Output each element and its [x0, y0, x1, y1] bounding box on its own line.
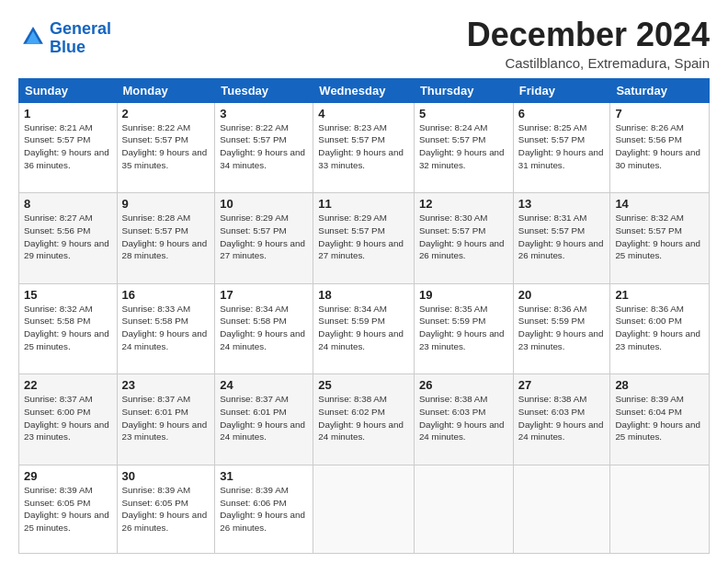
- table-row: 24Sunrise: 8:37 AMSunset: 6:01 PMDayligh…: [215, 374, 313, 465]
- day-info: Sunrise: 8:39 AMSunset: 6:04 PMDaylight:…: [615, 394, 700, 442]
- day-number: 31: [220, 469, 308, 483]
- day-info: Sunrise: 8:29 AMSunset: 5:57 PMDaylight:…: [318, 213, 404, 260]
- day-number: 5: [419, 107, 508, 121]
- table-row: 15Sunrise: 8:32 AMSunset: 5:58 PMDayligh…: [19, 283, 118, 374]
- day-info: Sunrise: 8:22 AMSunset: 5:57 PMDaylight:…: [220, 122, 305, 170]
- subtitle: Castilblanco, Extremadura, Spain: [467, 55, 710, 71]
- day-info: Sunrise: 8:25 AMSunset: 5:57 PMDaylight:…: [518, 122, 604, 170]
- logo-line1: General: [50, 19, 111, 38]
- day-info: Sunrise: 8:22 AMSunset: 5:57 PMDaylight:…: [122, 122, 208, 170]
- day-info: Sunrise: 8:28 AMSunset: 5:57 PMDaylight:…: [122, 213, 208, 260]
- day-info: Sunrise: 8:34 AMSunset: 5:59 PMDaylight:…: [318, 304, 404, 351]
- day-info: Sunrise: 8:35 AMSunset: 5:59 PMDaylight:…: [419, 304, 505, 351]
- day-number: 4: [318, 107, 409, 121]
- title-block: December 2024 Castilblanco, Extremadura,…: [467, 17, 710, 71]
- table-row: 9Sunrise: 8:28 AMSunset: 5:57 PMDaylight…: [117, 193, 215, 284]
- day-info: Sunrise: 8:39 AMSunset: 6:05 PMDaylight:…: [122, 485, 208, 533]
- day-info: Sunrise: 8:32 AMSunset: 5:58 PMDaylight:…: [24, 304, 109, 351]
- day-info: Sunrise: 8:23 AMSunset: 5:57 PMDaylight:…: [318, 122, 404, 170]
- day-info: Sunrise: 8:30 AMSunset: 5:57 PMDaylight:…: [419, 213, 505, 260]
- col-wednesday: Wednesday: [313, 78, 415, 102]
- day-info: Sunrise: 8:39 AMSunset: 6:06 PMDaylight:…: [220, 485, 305, 533]
- day-number: 18: [318, 288, 409, 302]
- logo-text: General Blue: [50, 20, 111, 57]
- day-number: 9: [122, 197, 210, 211]
- table-row: [513, 465, 610, 553]
- table-row: 27Sunrise: 8:38 AMSunset: 6:03 PMDayligh…: [513, 374, 610, 465]
- day-info: Sunrise: 8:37 AMSunset: 6:00 PMDaylight:…: [24, 394, 109, 442]
- day-info: Sunrise: 8:33 AMSunset: 5:58 PMDaylight:…: [122, 304, 208, 351]
- day-number: 2: [122, 107, 210, 121]
- day-number: 16: [122, 288, 210, 302]
- day-info: Sunrise: 8:29 AMSunset: 5:57 PMDaylight:…: [220, 213, 305, 260]
- table-row: 12Sunrise: 8:30 AMSunset: 5:57 PMDayligh…: [414, 193, 513, 284]
- table-row: 28Sunrise: 8:39 AMSunset: 6:04 PMDayligh…: [610, 374, 710, 465]
- table-row: 30Sunrise: 8:39 AMSunset: 6:05 PMDayligh…: [117, 465, 215, 553]
- day-number: 21: [615, 288, 704, 302]
- table-row: 26Sunrise: 8:38 AMSunset: 6:03 PMDayligh…: [414, 374, 513, 465]
- table-row: [313, 465, 415, 553]
- table-row: 18Sunrise: 8:34 AMSunset: 5:59 PMDayligh…: [313, 283, 415, 374]
- col-tuesday: Tuesday: [215, 78, 313, 102]
- day-number: 11: [318, 197, 409, 211]
- col-thursday: Thursday: [414, 78, 513, 102]
- day-number: 17: [220, 288, 308, 302]
- table-row: 19Sunrise: 8:35 AMSunset: 5:59 PMDayligh…: [414, 283, 513, 374]
- header: General Blue December 2024 Castilblanco,…: [18, 17, 710, 71]
- table-row: 2Sunrise: 8:22 AMSunset: 5:57 PMDaylight…: [117, 102, 215, 193]
- day-number: 6: [518, 107, 606, 121]
- calendar: Sunday Monday Tuesday Wednesday Thursday…: [18, 78, 710, 554]
- col-sunday: Sunday: [19, 78, 118, 102]
- day-number: 13: [518, 197, 606, 211]
- col-friday: Friday: [513, 78, 610, 102]
- table-row: 17Sunrise: 8:34 AMSunset: 5:58 PMDayligh…: [215, 283, 313, 374]
- day-number: 19: [419, 288, 508, 302]
- day-number: 15: [24, 288, 112, 302]
- table-row: 10Sunrise: 8:29 AMSunset: 5:57 PMDayligh…: [215, 193, 313, 284]
- day-number: 3: [220, 107, 308, 121]
- day-number: 1: [24, 107, 112, 121]
- day-info: Sunrise: 8:24 AMSunset: 5:57 PMDaylight:…: [419, 122, 505, 170]
- day-info: Sunrise: 8:21 AMSunset: 5:57 PMDaylight:…: [24, 122, 109, 170]
- table-row: 25Sunrise: 8:38 AMSunset: 6:02 PMDayligh…: [313, 374, 415, 465]
- logo-line2: Blue: [50, 38, 85, 56]
- table-row: 23Sunrise: 8:37 AMSunset: 6:01 PMDayligh…: [117, 374, 215, 465]
- table-row: 20Sunrise: 8:36 AMSunset: 5:59 PMDayligh…: [513, 283, 610, 374]
- day-number: 25: [318, 378, 409, 392]
- day-number: 23: [122, 378, 210, 392]
- page: General Blue December 2024 Castilblanco,…: [0, 0, 728, 563]
- day-number: 27: [518, 378, 606, 392]
- table-row: 16Sunrise: 8:33 AMSunset: 5:58 PMDayligh…: [117, 283, 215, 374]
- day-number: 29: [24, 469, 112, 483]
- col-saturday: Saturday: [610, 78, 710, 102]
- table-row: 1Sunrise: 8:21 AMSunset: 5:57 PMDaylight…: [19, 102, 118, 193]
- day-info: Sunrise: 8:37 AMSunset: 6:01 PMDaylight:…: [122, 394, 208, 442]
- logo: General Blue: [18, 20, 111, 57]
- day-number: 28: [615, 378, 704, 392]
- day-number: 24: [220, 378, 308, 392]
- day-number: 10: [220, 197, 308, 211]
- day-info: Sunrise: 8:31 AMSunset: 5:57 PMDaylight:…: [518, 213, 604, 260]
- day-number: 12: [419, 197, 508, 211]
- table-row: 11Sunrise: 8:29 AMSunset: 5:57 PMDayligh…: [313, 193, 415, 284]
- day-info: Sunrise: 8:32 AMSunset: 5:57 PMDaylight:…: [615, 213, 700, 260]
- table-row: 13Sunrise: 8:31 AMSunset: 5:57 PMDayligh…: [513, 193, 610, 284]
- table-row: [610, 465, 710, 553]
- table-row: 5Sunrise: 8:24 AMSunset: 5:57 PMDaylight…: [414, 102, 513, 193]
- table-row: 29Sunrise: 8:39 AMSunset: 6:05 PMDayligh…: [19, 465, 118, 553]
- table-row: 31Sunrise: 8:39 AMSunset: 6:06 PMDayligh…: [215, 465, 313, 553]
- day-info: Sunrise: 8:37 AMSunset: 6:01 PMDaylight:…: [220, 394, 305, 442]
- day-number: 26: [419, 378, 508, 392]
- main-title: December 2024: [467, 17, 710, 53]
- day-info: Sunrise: 8:38 AMSunset: 6:02 PMDaylight:…: [318, 394, 404, 442]
- day-number: 20: [518, 288, 606, 302]
- col-monday: Monday: [117, 78, 215, 102]
- day-info: Sunrise: 8:38 AMSunset: 6:03 PMDaylight:…: [419, 394, 505, 442]
- day-number: 22: [24, 378, 112, 392]
- day-number: 7: [615, 107, 704, 121]
- day-number: 14: [615, 197, 704, 211]
- day-info: Sunrise: 8:34 AMSunset: 5:58 PMDaylight:…: [220, 304, 305, 351]
- day-info: Sunrise: 8:27 AMSunset: 5:56 PMDaylight:…: [24, 213, 109, 260]
- table-row: 22Sunrise: 8:37 AMSunset: 6:00 PMDayligh…: [19, 374, 118, 465]
- logo-icon: [20, 24, 46, 50]
